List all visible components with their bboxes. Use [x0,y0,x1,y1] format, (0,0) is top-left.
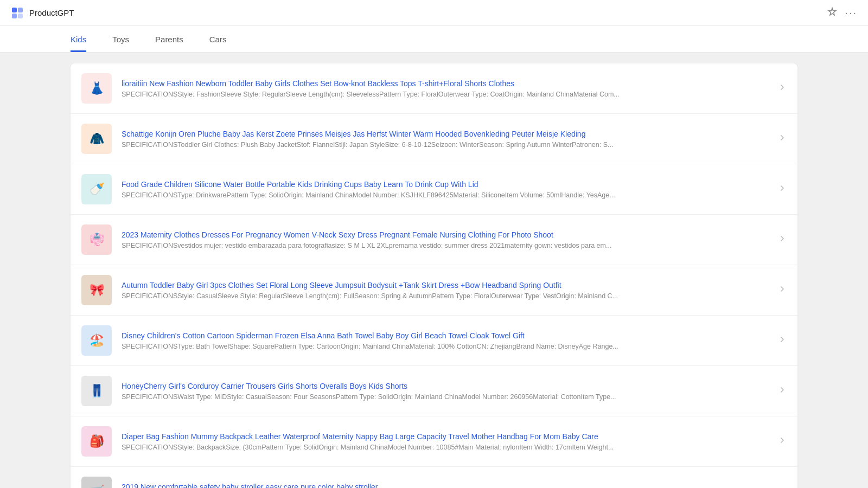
product-title: 2019 New comfortable safety baby strolle… [122,483,768,489]
chevron-right-icon [778,386,787,397]
chevron-right-icon [778,285,787,296]
product-spec: SPECIFICATIONSWaist Type: MIDStyle: Casu… [122,393,768,401]
list-item[interactable]: 👖 HoneyCherry Girl's Corduroy Carrier Tr… [71,366,797,416]
list-item[interactable]: 🍼 Food Grade Children Silicone Water Bot… [71,164,797,215]
product-content: Diaper Bag Fashion Mummy Backpack Leathe… [122,432,768,451]
list-item[interactable]: 🏖️ Disney Children's Cotton Cartoon Spid… [71,316,797,366]
tab-kids[interactable]: Kids [71,26,86,52]
product-content: HoneyCherry Girl's Corduroy Carrier Trou… [122,382,768,401]
product-title: Disney Children's Cotton Cartoon Spiderm… [122,331,768,340]
product-title: HoneyCherry Girl's Corduroy Carrier Trou… [122,382,768,390]
product-content: Disney Children's Cotton Cartoon Spiderm… [122,331,768,350]
more-options-icon[interactable]: ··· [845,7,857,19]
svg-rect-1 [18,8,23,12]
product-image: 🛒 [81,477,112,488]
product-title: Food Grade Children Silicone Water Bottl… [122,180,768,189]
product-title: Schattige Konijn Oren Pluche Baby Jas Ke… [122,130,768,138]
chevron-right-icon [778,184,787,195]
svg-rect-3 [18,14,23,18]
product-spec: SPECIFICATIONSStyle: FashionSleeve Style… [122,91,768,98]
product-content: Schattige Konijn Oren Pluche Baby Jas Ke… [122,130,768,149]
main-content: 👗 lioraitiin New Fashion Newborn Toddler… [0,53,868,488]
app-logo-icon [11,7,24,20]
chevron-right-icon [778,133,787,145]
product-image: 👖 [81,376,112,406]
product-content: 2019 New comfortable safety baby strolle… [122,483,768,489]
product-spec: SPECIFICATIONSToddler Girl Clothes: Plus… [122,141,768,149]
product-spec: SPECIFICATIONSStyle: BackpackSize: (30cm… [122,444,768,451]
svg-rect-2 [12,14,17,18]
header-right: ··· [827,7,857,19]
tab-parents[interactable]: Parents [155,26,183,52]
product-spec: SPECIFICATIONSType: DrinkwarePattern Typ… [122,191,768,199]
product-spec: SPECIFICATIONSType: Bath TowelShape: Squ… [122,343,768,350]
product-content: Autumn Toddler Baby Girl 3pcs Clothes Se… [122,281,768,300]
product-image: 🎒 [81,426,112,457]
product-image: 🍼 [81,174,112,204]
product-content: lioraitiin New Fashion Newborn Toddler B… [122,79,768,98]
tab-cars[interactable]: Cars [209,26,227,52]
product-title: lioraitiin New Fashion Newborn Toddler B… [122,79,768,88]
list-item[interactable]: 🧥 Schattige Konijn Oren Pluche Baby Jas … [71,114,797,164]
list-item[interactable]: 🛒 2019 New comfortable safety baby strol… [71,467,797,488]
product-list: 👗 lioraitiin New Fashion Newborn Toddler… [71,63,797,488]
product-image: 🏖️ [81,325,112,356]
tabs-bar: Kids Toys Parents Cars [0,26,868,53]
chevron-right-icon [778,486,787,489]
chevron-right-icon [778,234,787,246]
product-spec: SPECIFICATIONSStyle: CasualSleeve Style:… [122,292,768,300]
product-image: 🎀 [81,275,112,305]
list-item[interactable]: 🎒 Diaper Bag Fashion Mummy Backpack Leat… [71,416,797,467]
product-image: 👗 [81,73,112,104]
product-image: 👘 [81,224,112,255]
product-title: Autumn Toddler Baby Girl 3pcs Clothes Se… [122,281,768,290]
header-left: ProductGPT [11,7,74,20]
chevron-right-icon [778,83,787,94]
product-content: Food Grade Children Silicone Water Bottl… [122,180,768,199]
product-title: 2023 Maternity Clothes Dresses For Pregn… [122,230,768,239]
chevron-right-icon [778,335,787,346]
chevron-right-icon [778,436,787,447]
product-content: 2023 Maternity Clothes Dresses For Pregn… [122,230,768,249]
product-spec: SPECIFICATIONSvestidos mujer: vestido em… [122,242,768,249]
list-item[interactable]: 👘 2023 Maternity Clothes Dresses For Pre… [71,215,797,265]
pin-icon[interactable] [827,7,837,19]
list-item[interactable]: 🎀 Autumn Toddler Baby Girl 3pcs Clothes … [71,265,797,316]
product-title: Diaper Bag Fashion Mummy Backpack Leathe… [122,432,768,441]
svg-rect-0 [12,8,17,12]
tab-toys[interactable]: Toys [112,26,129,52]
app-title: ProductGPT [29,8,74,17]
list-item[interactable]: 👗 lioraitiin New Fashion Newborn Toddler… [71,63,797,114]
product-image: 🧥 [81,124,112,154]
header: ProductGPT ··· [0,0,868,26]
